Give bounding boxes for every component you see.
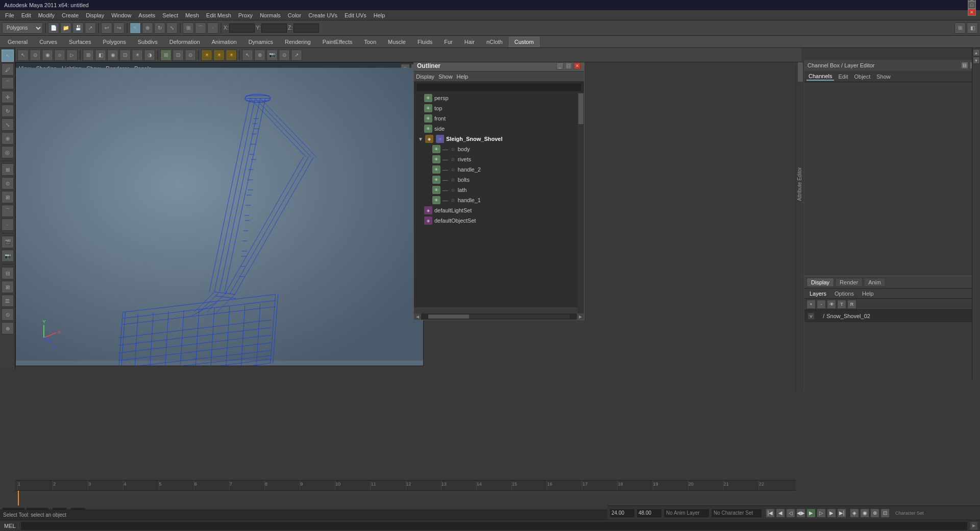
- tab-rendering[interactable]: Rendering: [279, 37, 316, 47]
- vt-shadow-btn[interactable]: ◑: [144, 50, 155, 61]
- outliner-hscroll-bar[interactable]: [428, 315, 570, 319]
- paint-tool[interactable]: 🖊: [2, 63, 14, 76]
- snap-grid[interactable]: ⊞: [2, 191, 14, 203]
- cb-tab-channels[interactable]: Channels: [806, 73, 834, 81]
- vt-resolution[interactable]: ⊙: [185, 50, 196, 61]
- outliner-item-handle2[interactable]: 👁 — ○ handle_2: [414, 164, 584, 175]
- menu-create[interactable]: Create: [59, 11, 82, 19]
- le-tab-display[interactable]: Display: [806, 278, 834, 287]
- outliner-item-shovel-group[interactable]: ▼ ◆ ○ Sleigh_Snow_Shovel: [414, 134, 584, 144]
- tab-custom[interactable]: Custom: [509, 37, 540, 47]
- tab-subdivs[interactable]: Subdivs: [132, 37, 163, 47]
- display-layer[interactable]: ⊟: [2, 267, 14, 279]
- pb-extra-3[interactable]: ⊕: [870, 509, 879, 518]
- tab-fur[interactable]: Fur: [438, 37, 458, 47]
- editor-2[interactable]: ☰: [2, 295, 14, 307]
- tab-animation[interactable]: Animation: [206, 37, 242, 47]
- pb-extra-2[interactable]: ◉: [860, 509, 869, 518]
- outliner-item-persp[interactable]: 👁 persp: [414, 93, 584, 103]
- outliner-item-handle1[interactable]: 👁 — ○ handle_1: [414, 195, 584, 205]
- render-btn[interactable]: 🎬: [2, 236, 14, 248]
- outliner-maximize-btn[interactable]: □: [565, 62, 572, 69]
- outliner-hscroll-thumb[interactable]: [428, 315, 469, 319]
- move-tool[interactable]: ✛: [2, 91, 14, 103]
- vt-grid-btn[interactable]: ⊞: [160, 50, 172, 61]
- menu-window[interactable]: Window: [108, 11, 134, 19]
- outliner-item-objectset[interactable]: ◈ defaultObjectSet: [414, 215, 584, 226]
- menu-display[interactable]: Display: [83, 11, 107, 19]
- vt-select-2[interactable]: ⊕: [254, 50, 265, 61]
- coord-z-input[interactable]: [293, 23, 319, 33]
- soft-mod-tool[interactable]: ◎: [2, 146, 14, 158]
- outliner-scrollbar[interactable]: [578, 93, 584, 313]
- vt-select-1[interactable]: ↖: [242, 50, 253, 61]
- vt-btn-3[interactable]: ◉: [42, 50, 53, 61]
- le-sub-options[interactable]: Options: [831, 290, 857, 297]
- vt-light-3[interactable]: ☀: [226, 50, 237, 61]
- outliner-minimize-btn[interactable]: _: [556, 62, 564, 69]
- le-ref-btn[interactable]: R: [847, 300, 856, 309]
- outliner-item-top[interactable]: 👁 top: [414, 103, 584, 113]
- anim-layer-label[interactable]: No Anim Layer: [664, 509, 709, 518]
- redo-button[interactable]: ↪: [113, 22, 125, 34]
- scale-tool-button[interactable]: ⤡: [166, 22, 178, 34]
- show-manip[interactable]: ⊞: [2, 163, 14, 176]
- le-delete-btn[interactable]: -: [817, 300, 826, 309]
- rs-btn-1[interactable]: ▲: [973, 49, 980, 56]
- outliner-close-btn[interactable]: ✕: [574, 62, 581, 69]
- maximize-button[interactable]: □: [968, 2, 976, 9]
- rotate-tool[interactable]: ↻: [2, 105, 14, 117]
- timeline-container[interactable]: [15, 490, 796, 505]
- le-vis-btn[interactable]: 👁: [827, 300, 836, 309]
- tab-deformation[interactable]: Deformation: [164, 37, 206, 47]
- menu-mesh[interactable]: Mesh: [182, 11, 202, 19]
- lasso-tool[interactable]: ⌒: [2, 77, 14, 89]
- menu-proxy[interactable]: Proxy: [235, 11, 256, 19]
- close-button[interactable]: ✕: [968, 9, 976, 16]
- command-line-input[interactable]: [20, 521, 968, 530]
- cb-tab-show[interactable]: Show: [874, 73, 893, 80]
- le-template-btn[interactable]: T: [837, 300, 846, 309]
- pb-render-end[interactable]: [636, 509, 662, 518]
- outliner-item-body[interactable]: 👁 — ○ body: [414, 144, 584, 154]
- new-scene-button[interactable]: 📄: [48, 22, 59, 34]
- view-option-1[interactable]: ⊞: [954, 22, 966, 34]
- outliner-menu-help[interactable]: Help: [457, 74, 469, 80]
- menu-color[interactable]: Color: [285, 11, 304, 19]
- vt-wireframe-btn[interactable]: ⊞: [83, 50, 94, 61]
- menu-normals[interactable]: Normals: [257, 11, 284, 19]
- vt-light-1[interactable]: ☀: [201, 50, 212, 61]
- vt-camera-3[interactable]: ↗: [291, 50, 302, 61]
- vt-smooth-btn[interactable]: ◉: [107, 50, 118, 61]
- char-set-label[interactable]: No Character Set: [711, 509, 762, 518]
- menu-modify[interactable]: Modify: [35, 11, 58, 19]
- viewport[interactable]: View Shading Lighting Show Renderer Pane…: [15, 62, 424, 366]
- scroll-left-arrow[interactable]: ◀: [414, 313, 421, 320]
- outliner-item-side[interactable]: 👁 side: [414, 124, 584, 134]
- outliner-item-bolts[interactable]: 👁 — ○ bolts: [414, 175, 584, 185]
- ipr-btn[interactable]: 📷: [2, 250, 14, 262]
- outliner-item-front[interactable]: 👁 front: [414, 113, 584, 124]
- pb-next-frame[interactable]: ▶: [827, 509, 836, 518]
- pb-play-fwd[interactable]: ▶: [806, 509, 816, 518]
- outliner-search-input[interactable]: [416, 83, 582, 92]
- pb-goto-start[interactable]: |◀: [766, 509, 775, 518]
- tab-surfaces[interactable]: Surfaces: [63, 37, 96, 47]
- history[interactable]: ⊙: [2, 177, 14, 189]
- cb-tab-object[interactable]: Object: [852, 73, 872, 80]
- le-tab-render[interactable]: Render: [835, 278, 863, 287]
- editor-3[interactable]: ⊙: [2, 308, 14, 321]
- tab-general[interactable]: General: [2, 37, 33, 47]
- vt-camera-1[interactable]: 📷: [266, 50, 278, 61]
- vt-film-gate[interactable]: ⊡: [173, 50, 184, 61]
- vt-btn-1[interactable]: ↖: [17, 50, 29, 61]
- snap-curve-button[interactable]: ⌒: [195, 22, 206, 34]
- coord-y-input[interactable]: [261, 23, 287, 33]
- feedback-btn[interactable]: ▶: [970, 521, 978, 530]
- snap-grid-button[interactable]: ⊞: [183, 22, 194, 34]
- tab-toon[interactable]: Toon: [358, 37, 382, 47]
- pb-extra-4[interactable]: ⊡: [880, 509, 890, 518]
- view-option-2[interactable]: ◧: [967, 22, 978, 34]
- le-sub-layers[interactable]: Layers: [806, 290, 829, 297]
- outliner-item-lightset[interactable]: ◈ defaultLightSet: [414, 205, 584, 215]
